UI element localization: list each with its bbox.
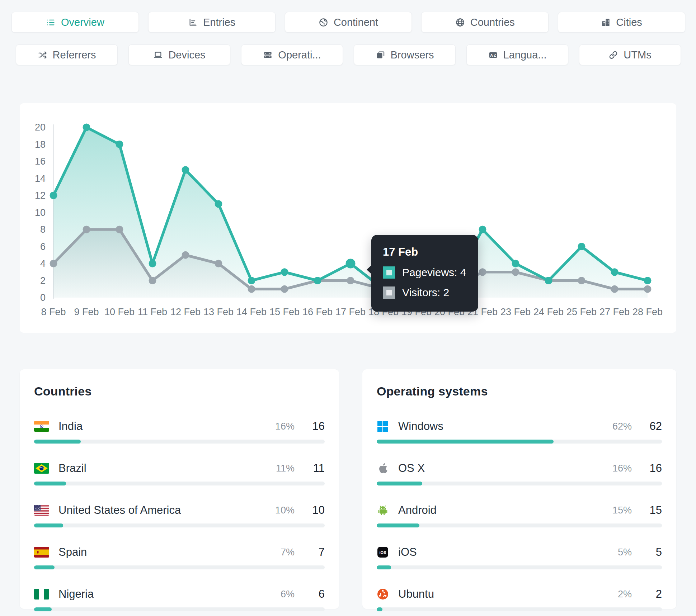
- point-pageviews-25-Feb[interactable]: [578, 243, 586, 250]
- tab-countries[interactable]: Countries: [421, 12, 549, 33]
- traffic-chart-card: 024681012141618208 Feb9 Feb10 Feb11 Feb1…: [20, 103, 676, 333]
- point-pageviews-11-Feb[interactable]: [149, 260, 156, 267]
- spain-flag: [34, 547, 49, 558]
- point-pageviews-9-Feb[interactable]: [83, 124, 90, 131]
- point-pageviews-23-Feb[interactable]: [512, 260, 519, 267]
- visitors-swatch: [383, 286, 395, 299]
- list-row-united-states-of-america[interactable]: United States of America10%10: [34, 502, 325, 527]
- tooltip-row-visitors: Visitors: 2: [383, 286, 467, 299]
- list-row-nigeria[interactable]: Nigeria6%6: [34, 586, 325, 611]
- bar-chart-icon: [188, 18, 198, 27]
- svg-text:A: A: [490, 53, 493, 57]
- buildings-icon: [601, 18, 611, 27]
- row-progress-fill: [377, 482, 422, 485]
- tab-overview[interactable]: Overview: [11, 12, 139, 33]
- tab-cities[interactable]: Cities: [558, 12, 685, 33]
- tab-languages[interactable]: AZLangua...: [466, 44, 568, 65]
- tab-operating-systems[interactable]: Operati...: [241, 44, 343, 65]
- point-visitors-28-Feb[interactable]: [644, 285, 652, 293]
- tab-referrers[interactable]: Referrers: [16, 44, 118, 65]
- point-pageviews-27-Feb[interactable]: [611, 268, 619, 276]
- point-pageviews-15-Feb[interactable]: [281, 268, 288, 276]
- row-progress-fill: [34, 482, 66, 485]
- point-visitors-25-Feb[interactable]: [578, 277, 586, 284]
- row-count: 16: [295, 420, 325, 433]
- point-visitors-23-Feb[interactable]: [512, 268, 519, 276]
- list-row-india[interactable]: India16%16: [34, 418, 325, 444]
- row-count: 10: [295, 504, 325, 517]
- point-pageviews-16-Feb[interactable]: [314, 277, 321, 284]
- row-line: iOSiOS5%5: [377, 544, 662, 560]
- operating-systems-list: Windows62%62OS X16%16Android15%15iOSiOS5…: [377, 418, 662, 611]
- list-row-ios[interactable]: iOSiOS5%5: [377, 544, 662, 569]
- nigeria-flag: [34, 589, 49, 600]
- point-pageviews-17-Feb[interactable]: [346, 259, 356, 269]
- point-visitors-9-Feb[interactable]: [83, 226, 90, 233]
- list-row-os-x[interactable]: OS X16%16: [377, 460, 662, 485]
- row-progress-track: [377, 482, 662, 485]
- y-tick-label: 14: [35, 173, 46, 184]
- tab-label: Overview: [61, 16, 104, 28]
- point-visitors-21-Feb[interactable]: [479, 268, 486, 276]
- list-row-ubuntu[interactable]: Ubuntu2%2: [377, 586, 662, 611]
- row-count: 5: [632, 546, 662, 559]
- row-line: Windows62%62: [377, 418, 662, 434]
- row-label: Nigeria: [58, 588, 94, 601]
- list-row-spain[interactable]: Spain7%7: [34, 544, 325, 569]
- row-progress-track: [377, 565, 662, 569]
- row-line: Brazil11%11: [34, 460, 325, 476]
- row-line: United States of America10%10: [34, 502, 325, 518]
- row-count: 62: [632, 420, 662, 433]
- row-label: Brazil: [58, 462, 86, 475]
- chart-tooltip: 17 Feb Pageviews: 4Visitors: 2: [371, 235, 478, 312]
- point-visitors-8-Feb[interactable]: [50, 260, 57, 267]
- tab-browsers[interactable]: Browsers: [354, 44, 456, 65]
- point-visitors-17-Feb[interactable]: [347, 277, 354, 284]
- point-pageviews-24-Feb[interactable]: [545, 277, 552, 284]
- shuffle-icon: [38, 50, 47, 60]
- tab-continent[interactable]: Continent: [285, 12, 412, 33]
- point-pageviews-12-Feb[interactable]: [182, 166, 189, 174]
- list-row-windows[interactable]: Windows62%62: [377, 418, 662, 444]
- row-percentage: 16%: [612, 463, 632, 474]
- row-label: iOS: [398, 546, 417, 559]
- tab-label: Countries: [470, 16, 515, 28]
- point-pageviews-14-Feb[interactable]: [248, 277, 255, 284]
- point-visitors-27-Feb[interactable]: [611, 285, 619, 293]
- point-visitors-11-Feb[interactable]: [149, 277, 156, 284]
- list-row-android[interactable]: Android15%15: [377, 502, 662, 527]
- tab-utms[interactable]: UTMs: [579, 44, 681, 65]
- tab-devices[interactable]: Devices: [128, 44, 230, 65]
- row-percentage: 2%: [618, 589, 632, 600]
- point-visitors-10-Feb[interactable]: [116, 226, 123, 233]
- row-progress-fill: [34, 565, 55, 569]
- x-tick-label: 11 Feb: [138, 307, 167, 317]
- point-pageviews-21-Feb[interactable]: [479, 226, 486, 233]
- row-label: Android: [398, 504, 437, 517]
- list-row-brazil[interactable]: Brazil11%11: [34, 460, 325, 485]
- point-visitors-14-Feb[interactable]: [248, 285, 255, 293]
- countries-panel: Countries India16%16Brazil11%11United St…: [20, 369, 339, 609]
- point-visitors-12-Feb[interactable]: [182, 251, 189, 259]
- tab-label: Entries: [203, 16, 235, 28]
- tab-entries[interactable]: Entries: [148, 12, 276, 33]
- tooltip-rows: Pageviews: 4Visitors: 2: [383, 266, 467, 299]
- x-tick-label: 23 Feb: [500, 307, 531, 317]
- x-tick-label: 15 Feb: [269, 307, 300, 317]
- tab-label: Continent: [334, 16, 378, 28]
- point-pageviews-13-Feb[interactable]: [215, 200, 222, 208]
- list-icon: [46, 18, 56, 27]
- point-visitors-15-Feb[interactable]: [281, 285, 288, 293]
- y-tick-label: 10: [35, 207, 46, 218]
- point-visitors-13-Feb[interactable]: [215, 260, 222, 267]
- tab-label: Langua...: [503, 49, 547, 61]
- countries-list: India16%16Brazil11%11United States of Am…: [34, 418, 325, 611]
- point-pageviews-28-Feb[interactable]: [644, 277, 652, 284]
- traffic-chart[interactable]: 024681012141618208 Feb9 Feb10 Feb11 Feb1…: [20, 103, 676, 333]
- earth-icon: [319, 18, 328, 27]
- pageviews-swatch: [383, 266, 395, 279]
- point-pageviews-10-Feb[interactable]: [116, 141, 123, 148]
- x-tick-label: 27 Feb: [599, 307, 630, 317]
- point-pageviews-8-Feb[interactable]: [50, 192, 57, 199]
- row-progress-fill: [34, 607, 52, 611]
